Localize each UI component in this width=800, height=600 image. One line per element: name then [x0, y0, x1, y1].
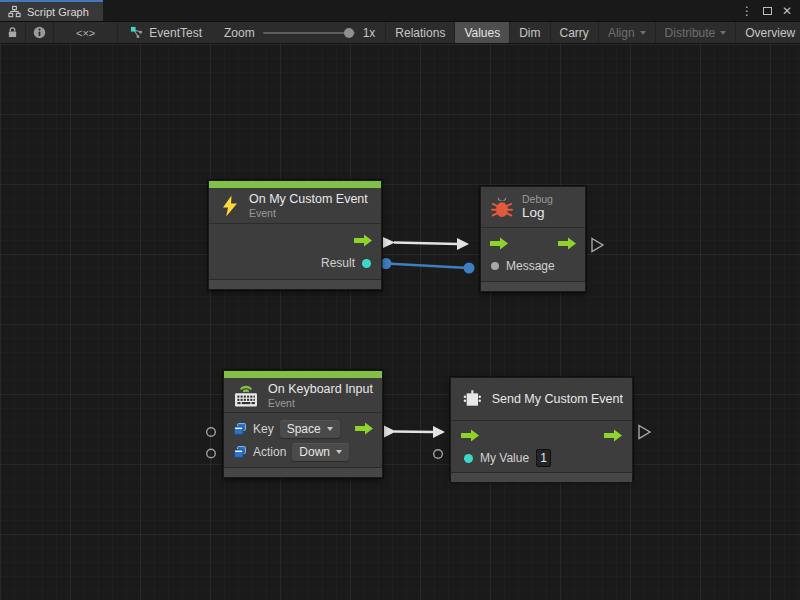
message-port-label: Message — [506, 259, 555, 273]
event-accent-bar — [209, 181, 381, 188]
values-label: Values — [464, 26, 500, 40]
key-input-port-circle[interactable] — [207, 428, 216, 437]
lightning-icon — [218, 194, 242, 218]
info-icon — [33, 26, 46, 39]
node-namespace: Debug — [522, 193, 553, 205]
my-value-input-port[interactable] — [464, 454, 473, 463]
enum-type-icon — [233, 445, 247, 459]
flow-input-port[interactable] — [460, 429, 480, 442]
window-close-button[interactable]: ✕ — [782, 5, 792, 17]
action-dropdown-value: Down — [299, 445, 330, 459]
graph-reference[interactable]: EventTest — [118, 22, 214, 43]
distribute-button[interactable]: Distribute — [656, 22, 737, 43]
graph-name: EventTest — [149, 26, 202, 40]
window-maximize-button[interactable] — [763, 7, 772, 15]
keyboard-icon — [231, 380, 261, 410]
message-input-port[interactable] — [491, 262, 499, 270]
graph-asset-icon — [130, 26, 143, 39]
node-on-keyboard-input[interactable]: On Keyboard Input Event Key Space — [223, 370, 383, 478]
result-port-label: Result — [321, 256, 355, 270]
node-body: Message — [481, 227, 585, 281]
node-header: Send My Custom Event — [451, 378, 632, 420]
lock-icon — [7, 26, 18, 39]
zoom-value: 1x — [363, 26, 376, 40]
machine-icon — [460, 386, 485, 412]
caret-down-icon — [640, 31, 646, 35]
node-title: On Keyboard Input — [268, 382, 373, 397]
node-subtitle: Event — [268, 397, 373, 409]
dim-label: Dim — [519, 26, 540, 40]
zoom-slider-knob[interactable] — [344, 28, 354, 38]
node-subtitle: Event — [249, 207, 368, 219]
flow-output-port[interactable] — [603, 429, 623, 442]
node-header: Debug Log — [481, 187, 585, 227]
zoom-slider[interactable] — [263, 32, 355, 34]
overview-label: Overview — [745, 26, 795, 40]
node-on-my-custom-event[interactable]: On My Custom Event Event Result — [208, 180, 382, 290]
align-label: Align — [608, 26, 635, 40]
node-body: My Value 1 — [451, 420, 632, 472]
node-footer — [209, 279, 381, 289]
caret-down-icon — [336, 450, 342, 454]
node-title: Log — [522, 205, 553, 221]
dim-button[interactable]: Dim — [510, 22, 550, 43]
action-dropdown[interactable]: Down — [292, 443, 349, 461]
control-connection-bottom[interactable] — [384, 426, 445, 439]
flow-out-triangle-send-event[interactable] — [639, 426, 650, 439]
relations-label: Relations — [395, 26, 445, 40]
zoom-label: Zoom — [224, 26, 255, 40]
carry-button[interactable]: Carry — [551, 22, 599, 43]
window-controls: ⋮ ✕ — [741, 0, 800, 21]
enum-type-icon — [233, 422, 247, 436]
control-connection-top[interactable] — [383, 237, 469, 250]
flow-output-port[interactable] — [353, 234, 373, 247]
edit-source-button[interactable]: <×> — [54, 22, 118, 43]
node-footer — [481, 281, 585, 291]
action-input-port-circle[interactable] — [207, 449, 216, 458]
connections-layer — [0, 44, 800, 600]
node-footer — [224, 467, 382, 477]
zoom-control: Zoom 1x — [214, 22, 385, 43]
node-body: Key Space Action — [224, 412, 382, 467]
graph-hierarchy-icon — [8, 5, 21, 18]
node-debug-log[interactable]: Debug Log Message — [480, 186, 586, 292]
node-header: On My Custom Event Event — [209, 188, 381, 223]
tab-script-graph[interactable]: Script Graph — [0, 0, 103, 21]
my-value-input-field[interactable]: 1 — [536, 449, 551, 467]
node-body: Result — [209, 223, 381, 279]
key-dropdown[interactable]: Space — [280, 420, 340, 438]
code-icon: <×> — [76, 27, 95, 39]
tab-title: Script Graph — [27, 6, 89, 18]
value-connection[interactable] — [381, 258, 475, 274]
script-graph-window: Script Graph ⋮ ✕ <×> — [0, 0, 800, 600]
node-title: Send My Custom Event — [492, 392, 623, 407]
node-send-my-custom-event[interactable]: Send My Custom Event My Value 1 — [450, 377, 633, 479]
my-value-port-label: My Value — [480, 451, 529, 465]
caret-down-icon — [720, 31, 726, 35]
graph-canvas[interactable]: On My Custom Event Event Result — [0, 44, 800, 600]
event-accent-bar — [224, 371, 382, 378]
flow-out-triangle-debug-log[interactable] — [592, 239, 603, 252]
values-button[interactable]: Values — [455, 22, 510, 43]
node-header: On Keyboard Input Event — [224, 378, 382, 412]
flow-output-port[interactable] — [557, 237, 577, 250]
relations-button[interactable]: Relations — [386, 22, 455, 43]
align-button[interactable]: Align — [599, 22, 656, 43]
action-port-label: Action — [253, 445, 286, 459]
graph-toolbar: <×> EventTest Zoom 1x Relations Values — [0, 21, 800, 44]
lock-button[interactable] — [0, 22, 26, 43]
bug-icon — [489, 194, 515, 220]
flow-input-port[interactable] — [489, 237, 509, 250]
overview-button[interactable]: Overview — [736, 22, 800, 43]
carry-label: Carry — [560, 26, 589, 40]
result-output-port[interactable] — [362, 259, 371, 268]
window-menu-button[interactable]: ⋮ — [741, 5, 753, 17]
node-footer — [451, 472, 632, 482]
node-title: On My Custom Event — [249, 192, 368, 207]
key-dropdown-value: Space — [287, 422, 321, 436]
my-value-input-port-circle[interactable] — [434, 450, 443, 459]
info-button[interactable] — [26, 22, 54, 43]
flow-output-port[interactable] — [354, 422, 374, 435]
caret-down-icon — [327, 427, 333, 431]
distribute-label: Distribute — [665, 26, 716, 40]
